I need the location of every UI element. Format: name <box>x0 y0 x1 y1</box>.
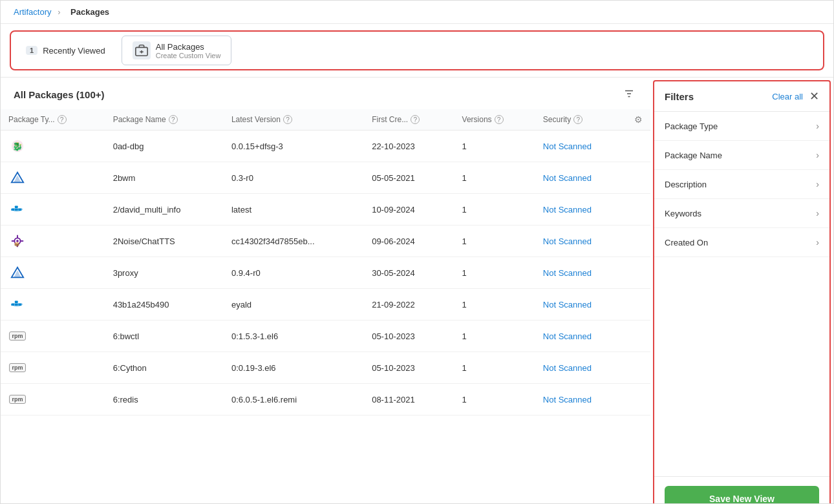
table-row[interactable]: 3proxy 0.9.4-r0 30-05-2024 1 Not Scanned <box>1 257 650 289</box>
row-version-2: latest <box>224 194 364 226</box>
row-version-3: cc14302f34d7855eb... <box>224 226 364 257</box>
all-packages-icon <box>133 41 151 59</box>
chevron-right-icon-keywords: › <box>816 208 819 218</box>
row-icon-1 <box>1 162 105 194</box>
filter-item-description[interactable]: Description › <box>654 170 829 199</box>
column-settings-icon[interactable]: ⚙ <box>634 114 643 125</box>
recently-viewed-label: Recently Viewed <box>43 46 105 56</box>
row-icon-0: 🐉 <box>1 131 105 162</box>
row-versions-3: 1 <box>454 226 535 257</box>
tab-recently-viewed[interactable]: 1 Recently Viewed <box>15 36 116 65</box>
row-created-4: 30-05-2024 <box>364 257 454 289</box>
row-security-7: Not Scanned <box>535 352 626 384</box>
filter-panel-footer: Save New View <box>654 476 829 504</box>
filter-panel: Filters Clear all ✕ Package Type › Packa… <box>653 80 831 504</box>
breadcrumb-parent[interactable]: Artifactory <box>14 7 52 17</box>
row-versions-5: 1 <box>454 289 535 320</box>
info-icon-versions[interactable]: ? <box>495 115 504 124</box>
table-row[interactable]: rpm 6:Cython 0:0.19-3.el6 05-10-2023 1 N… <box>1 352 650 384</box>
row-icon-8: rpm <box>1 384 105 415</box>
row-version-6: 0:1.5.3-1.el6 <box>224 320 364 352</box>
row-settings-0 <box>626 131 650 162</box>
row-icon-2 <box>1 194 105 226</box>
filter-item-label-keywords: Keywords <box>665 209 701 218</box>
packages-table: Package Ty... ? Package Name ? <box>1 109 650 415</box>
row-version-1: 0.3-r0 <box>224 162 364 194</box>
svg-text:🐉: 🐉 <box>12 142 23 152</box>
save-new-view-button[interactable]: Save New View <box>665 486 819 504</box>
all-packages-text: All Packages Create Custom View <box>156 42 221 59</box>
row-created-1: 05-05-2021 <box>364 162 454 194</box>
col-package-type: Package Ty... ? <box>1 109 105 131</box>
row-icon-7: rpm <box>1 352 105 384</box>
tab-all-packages[interactable]: All Packages Create Custom View <box>122 36 232 65</box>
row-created-2: 10-09-2024 <box>364 194 454 226</box>
row-settings-8 <box>626 384 650 415</box>
row-security-4: Not Scanned <box>535 257 626 289</box>
row-created-8: 08-11-2021 <box>364 384 454 415</box>
breadcrumb-separator: › <box>58 7 60 17</box>
table-row[interactable]: rpm 6:redis 0:6.0.5-1.el6.remi 08-11-202… <box>1 384 650 415</box>
row-name-6: 6:bwctl <box>105 320 224 352</box>
row-name-8: 6:redis <box>105 384 224 415</box>
row-version-7: 0:0.19-3.el6 <box>224 352 364 384</box>
row-versions-6: 1 <box>454 320 535 352</box>
chevron-right-icon-package-name: › <box>816 150 819 160</box>
row-settings-6 <box>626 320 650 352</box>
row-name-0: 0ad-dbg <box>105 131 224 162</box>
table-area: All Packages (100+) Pac <box>1 78 650 504</box>
filter-item-label-package-type: Package Type <box>665 121 718 131</box>
row-settings-1 <box>626 162 650 194</box>
row-icon-5 <box>1 289 105 320</box>
col-versions: Versions ? <box>454 109 535 131</box>
clear-all-button[interactable]: Clear all <box>772 92 803 101</box>
all-packages-label: All Packages <box>156 42 221 52</box>
row-created-6: 05-10-2023 <box>364 320 454 352</box>
info-icon-created[interactable]: ? <box>411 115 420 124</box>
row-version-8: 0:6.0.5-1.el6.remi <box>224 384 364 415</box>
table-row[interactable]: 🐉 0ad-dbg 0.0.15+dfsg-3 22-10-2023 1 Not… <box>1 131 650 162</box>
info-icon-security[interactable]: ? <box>573 115 583 124</box>
filter-item-package-type[interactable]: Package Type › <box>654 112 829 141</box>
row-icon-6: rpm <box>1 320 105 352</box>
row-created-0: 22-10-2023 <box>364 131 454 162</box>
filter-item-label-description: Description <box>665 180 707 189</box>
col-package-name: Package Name ? <box>105 109 224 131</box>
col-first-created: First Cre... ? <box>364 109 454 131</box>
table-row[interactable]: 📦 2Noise/ChatTTS cc14302f34d7855eb... 09… <box>1 226 650 257</box>
row-created-7: 05-10-2023 <box>364 352 454 384</box>
info-icon-version[interactable]: ? <box>283 115 292 124</box>
filter-items-list: Package Type › Package Name › Descriptio… <box>654 112 829 476</box>
row-name-1: 2bwm <box>105 162 224 194</box>
filter-item-label-created-on: Created On <box>665 238 708 247</box>
row-name-5: 43b1a245b490 <box>105 289 224 320</box>
row-created-5: 21-09-2022 <box>364 289 454 320</box>
row-name-3: 2Noise/ChatTTS <box>105 226 224 257</box>
table-row[interactable]: 2bwm 0.3-r0 05-05-2021 1 Not Scanned <box>1 162 650 194</box>
row-settings-7 <box>626 352 650 384</box>
info-icon-name[interactable]: ? <box>169 115 178 124</box>
table-row[interactable]: 43b1a245b490 eyald 21-09-2022 1 Not Scan… <box>1 289 650 320</box>
row-security-5: Not Scanned <box>535 289 626 320</box>
close-filter-button[interactable]: ✕ <box>809 90 819 102</box>
col-latest-version: Latest Version ? <box>224 109 364 131</box>
row-name-2: 2/david_multi_info <box>105 194 224 226</box>
filter-item-package-name[interactable]: Package Name › <box>654 141 829 170</box>
table-row[interactable]: 2/david_multi_info latest 10-09-2024 1 N… <box>1 194 650 226</box>
filter-title: Filters <box>665 91 694 102</box>
row-settings-5 <box>626 289 650 320</box>
svg-rect-12 <box>15 206 18 208</box>
info-icon-type[interactable]: ? <box>58 115 67 124</box>
filter-item-keywords[interactable]: Keywords › <box>654 199 829 228</box>
filter-item-created-on[interactable]: Created On › <box>654 228 829 257</box>
breadcrumb: Artifactory › Packages <box>1 1 833 24</box>
row-settings-3 <box>626 226 650 257</box>
row-versions-1: 1 <box>454 162 535 194</box>
row-version-4: 0.9.4-r0 <box>224 257 364 289</box>
table-row[interactable]: rpm 6:bwctl 0:1.5.3-1.el6 05-10-2023 1 N… <box>1 320 650 352</box>
filter-toggle-button[interactable] <box>621 85 637 104</box>
svg-rect-25 <box>15 301 18 303</box>
row-version-5: eyald <box>224 289 364 320</box>
row-versions-4: 1 <box>454 257 535 289</box>
row-security-6: Not Scanned <box>535 320 626 352</box>
